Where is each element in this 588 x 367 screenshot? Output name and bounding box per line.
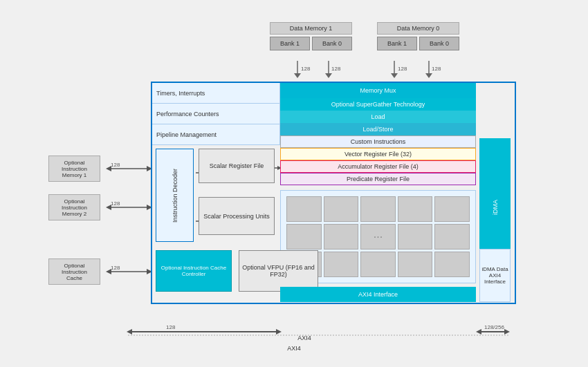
data-memory-1-bank0: Bank 0 xyxy=(312,37,352,50)
data-memory-0-bank0: Bank 0 xyxy=(419,37,459,50)
data-memory-1-label: Data Memory 1 xyxy=(270,22,352,35)
instruction-cache-box: Optional Instruction Cache xyxy=(48,258,100,285)
svg-text:128: 128 xyxy=(432,66,441,72)
svg-marker-18 xyxy=(106,205,111,210)
svg-text:AXI4: AXI4 xyxy=(297,335,311,341)
load-bar: Load xyxy=(280,111,476,123)
proc-cell xyxy=(398,196,433,222)
svg-text:128: 128 xyxy=(301,66,311,72)
proc-cell xyxy=(434,196,470,222)
scalar-register-file-box: Scalar Register File xyxy=(199,149,275,183)
svg-marker-17 xyxy=(147,205,152,210)
custom-instructions-row: Custom Instructions xyxy=(280,135,476,148)
timers-interrupts-row: Timers, Interrupts xyxy=(152,83,279,104)
proc-cell xyxy=(286,224,322,250)
idma-data-label: iDMA Data AXI4 Interface xyxy=(479,249,511,302)
svg-marker-33 xyxy=(476,329,481,335)
proc-cell xyxy=(324,252,359,277)
svg-marker-14 xyxy=(106,166,111,171)
svg-marker-21 xyxy=(147,269,152,274)
memory-mux-bar: Memory Mux xyxy=(280,83,476,98)
cache-controller-box: Optional Instruction Cache Controller xyxy=(156,250,232,292)
svg-marker-29 xyxy=(127,329,132,335)
svg-marker-30 xyxy=(276,329,282,335)
proc-cell xyxy=(434,224,470,250)
accumulator-register-file-row: Accumulator Register File (4) xyxy=(280,160,476,173)
proc-cell xyxy=(398,224,433,250)
data-memory-0-label: Data Memory 0 xyxy=(377,22,459,35)
svg-marker-4 xyxy=(325,73,332,78)
vfpu-box: Optional VFPU (FP16 and FP32) xyxy=(239,250,318,292)
pipeline-management-row: Pipeline Management xyxy=(152,124,279,145)
data-memory-0-bank1: Bank 1 xyxy=(377,37,417,50)
svg-marker-10 xyxy=(425,73,432,78)
proc-cell xyxy=(360,252,396,277)
scalar-processing-units-box: Scalar Processing Units xyxy=(199,197,275,235)
load-store-bar: Load/Store xyxy=(280,123,476,135)
svg-text:128: 128 xyxy=(111,162,120,168)
proc-cell xyxy=(398,252,433,277)
supergather-bar: Optional SuperGather Technology xyxy=(280,98,476,111)
svg-marker-22 xyxy=(106,269,111,274)
instruction-memory-1-box: Optional Instruction Memory 1 xyxy=(48,156,100,182)
instruction-decoder-box: Instruction Decoder xyxy=(156,149,194,242)
svg-marker-34 xyxy=(504,329,510,335)
proc-cell xyxy=(324,196,359,222)
svg-text:128: 128 xyxy=(166,324,176,330)
proc-cell xyxy=(360,224,396,250)
svg-text:128: 128 xyxy=(398,66,407,72)
svg-text:128: 128 xyxy=(111,265,120,271)
axi4-interface-bar: AXI4 Interface xyxy=(280,287,476,302)
predicate-register-file-row: Predicate Register File xyxy=(280,173,476,185)
performance-counters-row: Performance Counters xyxy=(152,104,279,124)
vector-register-file-row: Vector Register File (32) xyxy=(280,148,476,160)
proc-cell xyxy=(324,224,359,250)
svg-marker-7 xyxy=(391,73,398,78)
instruction-memory-2-box: Optional Instruction Memory 2 xyxy=(48,194,100,220)
proc-cell xyxy=(434,252,470,277)
svg-marker-13 xyxy=(147,166,152,171)
svg-text:128: 128 xyxy=(111,200,120,207)
proc-cell xyxy=(360,196,396,222)
proc-cell xyxy=(286,196,322,222)
data-memory-1-bank1: Bank 1 xyxy=(270,37,310,50)
diagram-container: 128 128 128 128 128 128 128 xyxy=(0,0,588,367)
svg-marker-1 xyxy=(294,73,301,78)
svg-text:128: 128 xyxy=(331,66,341,72)
axi4-bottom-label: AXI4 xyxy=(0,345,588,352)
svg-text:128/256: 128/256 xyxy=(484,324,504,330)
